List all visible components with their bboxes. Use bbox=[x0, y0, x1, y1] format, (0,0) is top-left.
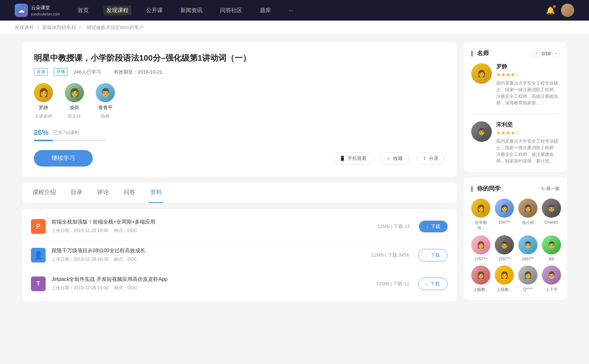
user-avatar[interactable] bbox=[561, 4, 574, 17]
sidebar-teacher-1: 👩 罗静 ★★★★☆ 国内某重点大学安全工程专业硕士，国家一级注册消防工程师、注… bbox=[471, 63, 560, 114]
nav-qa[interactable]: 问答社区 bbox=[217, 6, 245, 15]
sidebar-teacher-2-info: 宋利坚 ★★★★☆ 国内某重点大学安全工程专业硕士，国家一级注册消防工程师、注册… bbox=[496, 121, 560, 164]
sidebar-teacher-2-avatar: 👨 bbox=[471, 121, 492, 142]
continue-learning-button[interactable]: 继续学习 bbox=[34, 150, 93, 167]
classmate-12: 👨 上下平 bbox=[542, 265, 561, 292]
breadcrumb-link-2[interactable]: 新媒体营销系列 bbox=[42, 25, 76, 30]
resource-meta-1: 上传日期：2019-12-28 16:00 格式：DOC bbox=[52, 228, 377, 234]
teacher-2-role: 班主任 bbox=[68, 113, 81, 119]
sidebar-teacher-1-desc: 国内某重点大学安全工程专业硕士，国家一级注册消防工程师、注册安全工程师、高级注册… bbox=[496, 80, 560, 106]
learners-count: 246人已学习 bbox=[74, 69, 101, 75]
nav-right: 🔔 bbox=[546, 4, 574, 17]
classmates-label: 你的同学 bbox=[477, 185, 501, 192]
logo-text: 云朵课堂yundouketan.com bbox=[31, 4, 60, 17]
nav-items: 首页 发现课程 公开课 新闻资讯 问答社区 题库 ··· bbox=[75, 6, 546, 15]
classmate-10: 👩 上级教... bbox=[495, 265, 514, 292]
resource-title-1: 前端全栈加强版！前端全栈+全周期+多端应用 bbox=[52, 219, 377, 225]
nav-open[interactable]: 公开课 bbox=[143, 6, 166, 15]
resource-title-2: 跟随千万级项目从0到100全过程高效成长 bbox=[52, 247, 371, 254]
sidebar-teacher-1-name: 罗静 bbox=[496, 63, 560, 70]
watch-phone-label: 手机观看 bbox=[348, 155, 367, 162]
teachers-prev-button[interactable]: ‹ bbox=[533, 50, 540, 57]
progress-percentage: 26% bbox=[34, 128, 49, 137]
collect-button[interactable]: ☆ 收藏 bbox=[380, 152, 409, 165]
resource-info-2: 跟随千万级项目从0到100全过程高效成长 上传日期：2019-12-28 16:… bbox=[52, 247, 371, 263]
notification-icon[interactable]: 🔔 bbox=[546, 6, 555, 15]
classmate-9-name: 上级教... bbox=[473, 287, 489, 292]
classmate-1-name: 化学教书... bbox=[471, 220, 490, 231]
classmate-4: 👨 Charles bbox=[542, 199, 561, 231]
logo[interactable]: ☁ 云朵课堂yundouketan.com bbox=[15, 4, 60, 17]
action-buttons: 📱 手机观看 ☆ 收藏 ⇪ 分享 bbox=[333, 152, 445, 165]
main-layout: 明星中教授课，小学阶段语法100分–强化级第1讲动词（一） 直播 录播 246人… bbox=[7, 35, 582, 313]
sidebar-teacher-2-stars: ★★★★☆ bbox=[496, 130, 560, 136]
tab-qa[interactable]: 问答 bbox=[122, 183, 137, 203]
download-button-3[interactable]: ↓ 下载 bbox=[418, 278, 448, 290]
resource-stats-3: 12MB | 下载 12 bbox=[377, 281, 409, 287]
nav-more[interactable]: ··· bbox=[286, 6, 296, 15]
nav-quiz[interactable]: 题库 bbox=[257, 6, 274, 15]
share-label: 分享 bbox=[429, 155, 438, 162]
resource-icon-2: 👤 bbox=[31, 248, 46, 263]
resource-info-3: Jetpack全组件实战 开发短视频应用高仿皮皮虾App 上传日期：2019-1… bbox=[52, 276, 377, 291]
title-bar-classmates bbox=[471, 186, 473, 192]
classmates-grid: 👩 化学教书... 👩 1567** 👩 张小田 bbox=[471, 199, 560, 292]
classmate-5-avatar: 👩 bbox=[471, 235, 490, 254]
tabs-card: 课程介绍 目录 评论 问答 资料 bbox=[22, 183, 456, 203]
classmate-6-name: 1567** bbox=[498, 257, 510, 261]
resource-item-1: P 前端全栈加强版！前端全栈+全周期+多端应用 上传日期：2019-12-28 … bbox=[22, 212, 456, 241]
progress-fill bbox=[34, 140, 53, 141]
classmates-card: 你的同学 ↻ 换一换 👩 化学教书... 👩 bbox=[464, 178, 567, 300]
teacher-2-avatar: 👩 bbox=[65, 83, 84, 102]
course-meta: 直播 录播 246人已学习 · 有效期至：2019-10-21 bbox=[34, 68, 445, 76]
tab-resources[interactable]: 资料 bbox=[149, 183, 163, 203]
progress-label: 26% 已学习0课时 bbox=[34, 128, 445, 137]
nav-discover[interactable]: 发现课程 bbox=[103, 6, 131, 15]
refresh-classmates-button[interactable]: ↻ 换一换 bbox=[541, 186, 560, 192]
share-button[interactable]: ⇪ 分享 bbox=[416, 152, 445, 165]
teacher-3-avatar: 👨 bbox=[96, 83, 115, 102]
teacher-3-role: 助教 bbox=[101, 113, 110, 119]
actions-row: 继续学习 📱 手机观看 ☆ 收藏 ⇪ 分享 bbox=[34, 150, 445, 167]
classmate-2-avatar: 👩 bbox=[495, 199, 514, 218]
refresh-label: 换一换 bbox=[546, 186, 560, 192]
download-icon-2: ↓ bbox=[426, 252, 428, 258]
download-icon-3: ↓ bbox=[426, 281, 428, 286]
classmate-6: 👨 1567** bbox=[495, 235, 514, 261]
classmates-card-title: 你的同学 ↻ 换一换 bbox=[471, 185, 560, 193]
classmate-2-name: 1567** bbox=[498, 220, 510, 224]
teachers-next-button[interactable]: › bbox=[552, 50, 560, 57]
classmate-4-avatar: 👨 bbox=[542, 199, 561, 218]
course-tabs: 课程介绍 目录 评论 问答 资料 bbox=[31, 183, 448, 203]
resource-icon-3: T bbox=[31, 276, 46, 291]
tab-intro[interactable]: 课程介绍 bbox=[31, 183, 57, 203]
tab-catalog[interactable]: 目录 bbox=[69, 183, 84, 203]
classmate-12-name: 上下平 bbox=[546, 287, 558, 292]
classmate-3: 👩 张小田 bbox=[518, 199, 537, 231]
classmate-7: 👨 1867** bbox=[518, 235, 537, 261]
resource-stats-2: 12MB | 下载 3456 bbox=[371, 252, 409, 258]
progress-sublabel: 已学习0课时 bbox=[53, 129, 80, 136]
classmate-3-avatar: 👩 bbox=[518, 199, 537, 218]
teacher-2: 👩 凌荷 班主任 bbox=[65, 83, 84, 119]
classmate-11: 👩 Q**** bbox=[518, 265, 537, 292]
resource-list: P 前端全栈加强版！前端全栈+全周期+多端应用 上传日期：2019-12-28 … bbox=[22, 209, 456, 301]
teachers-card: 名师 ‹ 1/10 › 👩 罗静 ★★★★☆ 国内某重点大 bbox=[464, 42, 567, 172]
tab-review[interactable]: 评论 bbox=[96, 183, 110, 203]
teachers-pagination: ‹ 1/10 › bbox=[533, 50, 560, 57]
nav-news[interactable]: 新闻资讯 bbox=[177, 6, 205, 15]
breadcrumb-link-1[interactable]: 发现课程 bbox=[15, 25, 34, 30]
nav-home[interactable]: 首页 bbox=[75, 6, 92, 15]
course-title: 明星中教授课，小学阶段语法100分–强化级第1讲动词（一） bbox=[34, 53, 445, 64]
teacher-1-avatar: 👩 bbox=[34, 83, 53, 102]
teacher-2-name: 凌荷 bbox=[70, 104, 79, 111]
share-icon: ⇪ bbox=[423, 156, 427, 161]
download-button-1[interactable]: ↓ 下载 bbox=[419, 221, 448, 232]
resource-meta-2: 上传日期：2019-12-28 16:00 格式：DOC bbox=[52, 256, 371, 263]
classmate-8-avatar: 👨 bbox=[542, 235, 561, 254]
teacher-1-name: 罗静 bbox=[39, 104, 48, 111]
classmate-10-name: 上级教... bbox=[497, 287, 512, 292]
watch-phone-button[interactable]: 📱 手机观看 bbox=[333, 152, 373, 165]
download-button-2[interactable]: ↓ 下载 bbox=[418, 249, 448, 261]
sidebar-teacher-2-desc: 国内某重点大学安全工程专业硕士，国家一级注册消防工程师、注册安全工程师、级注册建… bbox=[496, 138, 560, 164]
